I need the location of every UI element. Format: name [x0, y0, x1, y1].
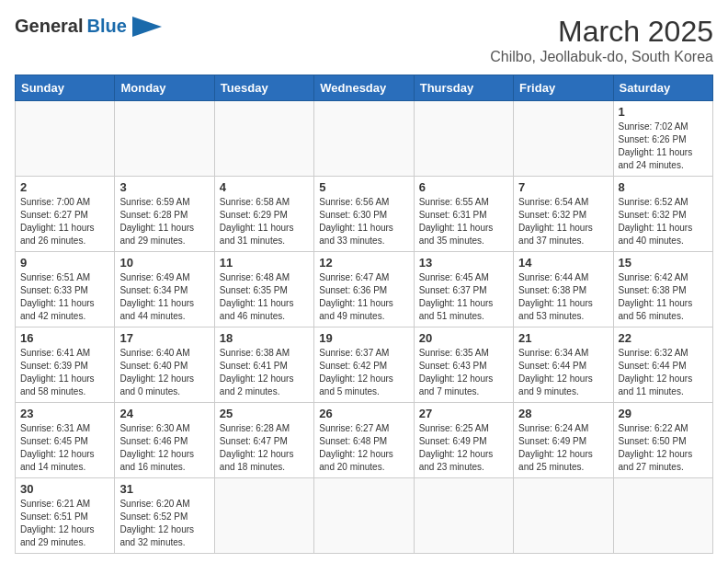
logo-icon	[132, 17, 162, 37]
calendar-day-cell: 27Sunrise: 6:25 AM Sunset: 6:49 PM Dayli…	[414, 403, 513, 478]
title-block: March 2025 Chilbo, Jeollabuk-do, South K…	[490, 15, 713, 65]
calendar-day-cell: 12Sunrise: 6:47 AM Sunset: 6:36 PM Dayli…	[314, 252, 414, 327]
calendar-day-cell: 31Sunrise: 6:20 AM Sunset: 6:52 PM Dayli…	[115, 478, 214, 554]
day-number: 22	[619, 331, 708, 345]
day-number: 5	[319, 180, 408, 194]
day-info: Sunrise: 6:28 AM Sunset: 6:47 PM Dayligh…	[220, 422, 309, 474]
day-info: Sunrise: 6:55 AM Sunset: 6:31 PM Dayligh…	[419, 196, 508, 247]
day-number: 25	[220, 407, 309, 420]
calendar-day-cell: 24Sunrise: 6:30 AM Sunset: 6:46 PM Dayli…	[115, 403, 214, 478]
day-of-week-header: Thursday	[414, 75, 513, 101]
day-number: 14	[518, 256, 608, 270]
day-number: 4	[220, 180, 309, 194]
day-info: Sunrise: 6:54 AM Sunset: 6:32 PM Dayligh…	[518, 196, 608, 247]
calendar-day-cell	[514, 101, 613, 177]
calendar-day-cell	[214, 478, 313, 554]
calendar-day-cell: 16Sunrise: 6:41 AM Sunset: 6:39 PM Dayli…	[16, 327, 115, 403]
day-number: 27	[419, 407, 508, 420]
day-info: Sunrise: 6:22 AM Sunset: 6:50 PM Dayligh…	[619, 422, 708, 474]
calendar-day-cell: 14Sunrise: 6:44 AM Sunset: 6:38 PM Dayli…	[514, 252, 613, 327]
day-number: 18	[220, 331, 309, 345]
day-number: 9	[20, 256, 109, 270]
day-info: Sunrise: 6:21 AM Sunset: 6:51 PM Dayligh…	[20, 498, 109, 549]
calendar-day-cell: 10Sunrise: 6:49 AM Sunset: 6:34 PM Dayli…	[115, 252, 214, 327]
day-info: Sunrise: 6:24 AM Sunset: 6:49 PM Dayligh…	[518, 422, 608, 474]
day-of-week-header: Tuesday	[214, 75, 313, 101]
day-info: Sunrise: 6:41 AM Sunset: 6:39 PM Dayligh…	[20, 347, 109, 398]
day-info: Sunrise: 6:34 AM Sunset: 6:44 PM Dayligh…	[518, 347, 608, 398]
day-number: 16	[20, 331, 109, 345]
day-info: Sunrise: 7:02 AM Sunset: 6:26 PM Dayligh…	[619, 121, 708, 172]
calendar-header: SundayMondayTuesdayWednesdayThursdayFrid…	[16, 75, 713, 101]
calendar-day-cell: 15Sunrise: 6:42 AM Sunset: 6:38 PM Dayli…	[613, 252, 712, 327]
calendar-subtitle: Chilbo, Jeollabuk-do, South Korea	[490, 49, 713, 65]
calendar-day-cell	[613, 478, 712, 554]
calendar-day-cell: 2Sunrise: 7:00 AM Sunset: 6:27 PM Daylig…	[16, 177, 115, 252]
day-info: Sunrise: 6:58 AM Sunset: 6:29 PM Dayligh…	[220, 196, 309, 247]
calendar-table: SundayMondayTuesdayWednesdayThursdayFrid…	[15, 75, 713, 554]
calendar-body: 1Sunrise: 7:02 AM Sunset: 6:26 PM Daylig…	[16, 101, 713, 554]
calendar-day-cell	[16, 101, 115, 177]
calendar-day-cell: 17Sunrise: 6:40 AM Sunset: 6:40 PM Dayli…	[115, 327, 214, 403]
day-number: 30	[20, 482, 109, 496]
day-info: Sunrise: 6:52 AM Sunset: 6:32 PM Dayligh…	[619, 196, 708, 247]
day-number: 8	[619, 180, 708, 194]
day-info: Sunrise: 6:56 AM Sunset: 6:30 PM Dayligh…	[319, 196, 408, 247]
calendar-header-row: SundayMondayTuesdayWednesdayThursdayFrid…	[16, 75, 713, 101]
calendar-day-cell: 20Sunrise: 6:35 AM Sunset: 6:43 PM Dayli…	[414, 327, 513, 403]
day-number: 2	[20, 180, 109, 194]
day-info: Sunrise: 6:25 AM Sunset: 6:49 PM Dayligh…	[419, 422, 508, 474]
day-info: Sunrise: 6:30 AM Sunset: 6:46 PM Dayligh…	[119, 422, 209, 474]
calendar-day-cell: 6Sunrise: 6:55 AM Sunset: 6:31 PM Daylig…	[414, 177, 513, 252]
day-number: 29	[619, 407, 708, 420]
day-info: Sunrise: 6:42 AM Sunset: 6:38 PM Dayligh…	[619, 271, 708, 323]
day-info: Sunrise: 6:27 AM Sunset: 6:48 PM Dayligh…	[319, 422, 408, 474]
day-number: 6	[419, 180, 508, 194]
day-number: 1	[619, 105, 708, 119]
calendar-day-cell: 19Sunrise: 6:37 AM Sunset: 6:42 PM Dayli…	[314, 327, 414, 403]
calendar-week-row: 1Sunrise: 7:02 AM Sunset: 6:26 PM Daylig…	[16, 101, 713, 177]
calendar-day-cell: 7Sunrise: 6:54 AM Sunset: 6:32 PM Daylig…	[514, 177, 613, 252]
logo-blue-text: Blue	[86, 16, 126, 37]
calendar-day-cell: 21Sunrise: 6:34 AM Sunset: 6:44 PM Dayli…	[514, 327, 613, 403]
day-info: Sunrise: 7:00 AM Sunset: 6:27 PM Dayligh…	[20, 196, 109, 247]
calendar-day-cell	[115, 101, 214, 177]
day-info: Sunrise: 6:20 AM Sunset: 6:52 PM Dayligh…	[119, 498, 209, 549]
calendar-day-cell	[514, 478, 613, 554]
day-number: 12	[319, 256, 408, 270]
day-info: Sunrise: 6:32 AM Sunset: 6:44 PM Dayligh…	[619, 347, 708, 398]
calendar-day-cell: 30Sunrise: 6:21 AM Sunset: 6:51 PM Dayli…	[16, 478, 115, 554]
day-number: 21	[518, 331, 608, 345]
calendar-day-cell: 1Sunrise: 7:02 AM Sunset: 6:26 PM Daylig…	[613, 101, 712, 177]
calendar-day-cell: 3Sunrise: 6:59 AM Sunset: 6:28 PM Daylig…	[115, 177, 214, 252]
svg-marker-0	[132, 17, 162, 37]
day-number: 19	[319, 331, 408, 345]
day-number: 15	[619, 256, 708, 270]
calendar-day-cell: 28Sunrise: 6:24 AM Sunset: 6:49 PM Dayli…	[514, 403, 613, 478]
day-info: Sunrise: 6:45 AM Sunset: 6:37 PM Dayligh…	[419, 271, 508, 323]
calendar-week-row: 2Sunrise: 7:00 AM Sunset: 6:27 PM Daylig…	[16, 177, 713, 252]
day-of-week-header: Monday	[115, 75, 214, 101]
calendar-day-cell	[214, 101, 313, 177]
day-info: Sunrise: 6:38 AM Sunset: 6:41 PM Dayligh…	[220, 347, 309, 398]
day-of-week-header: Sunday	[16, 75, 115, 101]
calendar-day-cell: 26Sunrise: 6:27 AM Sunset: 6:48 PM Dayli…	[314, 403, 414, 478]
calendar-week-row: 16Sunrise: 6:41 AM Sunset: 6:39 PM Dayli…	[16, 327, 713, 403]
day-info: Sunrise: 6:35 AM Sunset: 6:43 PM Dayligh…	[419, 347, 508, 398]
day-number: 20	[419, 331, 508, 345]
day-number: 31	[119, 482, 209, 496]
day-number: 17	[119, 331, 209, 345]
day-info: Sunrise: 6:37 AM Sunset: 6:42 PM Dayligh…	[319, 347, 408, 398]
day-number: 3	[119, 180, 209, 194]
calendar-day-cell	[414, 101, 513, 177]
day-info: Sunrise: 6:51 AM Sunset: 6:33 PM Dayligh…	[20, 271, 109, 323]
day-number: 11	[220, 256, 309, 270]
page-header: General Blue March 2025 Chilbo, Jeollabu…	[15, 15, 713, 65]
calendar-day-cell: 18Sunrise: 6:38 AM Sunset: 6:41 PM Dayli…	[214, 327, 313, 403]
day-info: Sunrise: 6:40 AM Sunset: 6:40 PM Dayligh…	[119, 347, 209, 398]
calendar-day-cell: 13Sunrise: 6:45 AM Sunset: 6:37 PM Dayli…	[414, 252, 513, 327]
calendar-day-cell: 22Sunrise: 6:32 AM Sunset: 6:44 PM Dayli…	[613, 327, 712, 403]
day-of-week-header: Wednesday	[314, 75, 414, 101]
day-number: 13	[419, 256, 508, 270]
day-number: 7	[518, 180, 608, 194]
